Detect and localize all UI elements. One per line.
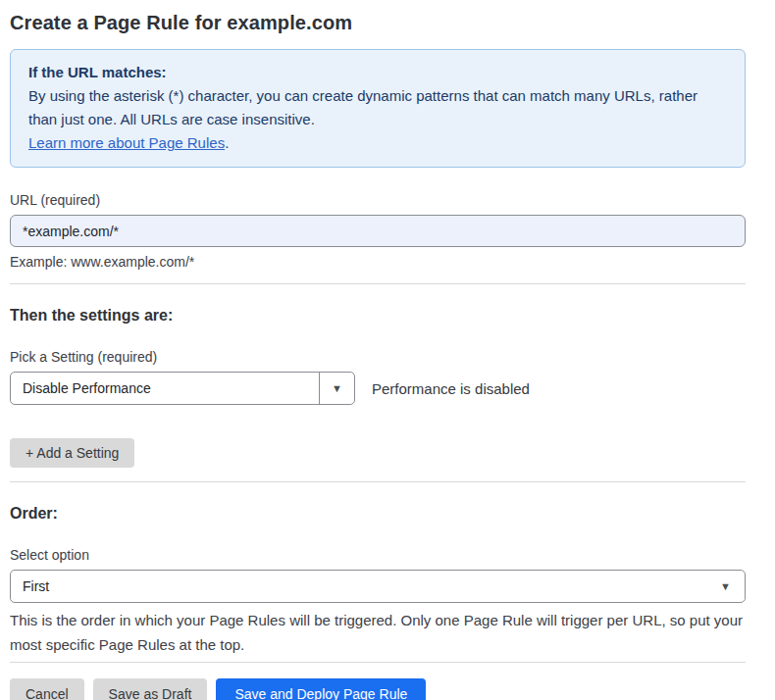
setting-picker-row: Disable Performance ▼ Performance is dis… <box>10 372 746 405</box>
chevron-down-icon: ▼ <box>332 383 342 394</box>
order-help-text: This is the order in which your Page Rul… <box>10 608 746 657</box>
setting-status-text: Performance is disabled <box>372 380 530 397</box>
setting-select-arrow-button[interactable]: ▼ <box>319 373 354 404</box>
order-select[interactable]: First ▼ <box>10 570 746 603</box>
add-setting-button[interactable]: + Add a Setting <box>10 438 134 468</box>
chevron-down-icon: ▼ <box>720 581 731 592</box>
url-example-text: Example: www.example.com/* <box>10 254 746 270</box>
order-select-label: Select option <box>10 547 746 563</box>
info-callout-body: By using the asterisk (*) character, you… <box>28 84 727 131</box>
create-page-rule-form: Create a Page Rule for example.com If th… <box>0 0 775 700</box>
page-title: Create a Page Rule for example.com <box>10 12 746 34</box>
footer-actions: Cancel Save as Draft Save and Deploy Pag… <box>10 678 746 700</box>
setting-select-value: Disable Performance <box>11 373 319 404</box>
url-field-label: URL (required) <box>10 192 746 208</box>
divider <box>10 481 746 482</box>
order-section-heading: Order: <box>10 505 746 523</box>
divider <box>10 662 746 663</box>
order-select-value: First <box>23 578 49 594</box>
settings-section-heading: Then the settings are: <box>10 307 746 325</box>
save-as-draft-button[interactable]: Save as Draft <box>93 678 208 700</box>
url-match-info-callout: If the URL matches: By using the asteris… <box>10 49 746 168</box>
save-and-deploy-button[interactable]: Save and Deploy Page Rule <box>216 678 426 700</box>
info-link-suffix: . <box>225 134 229 151</box>
divider <box>10 283 746 284</box>
url-input[interactable] <box>10 215 746 247</box>
cancel-button[interactable]: Cancel <box>10 678 84 700</box>
setting-select[interactable]: Disable Performance ▼ <box>10 372 355 405</box>
info-callout-heading: If the URL matches: <box>28 64 167 80</box>
learn-more-link[interactable]: Learn more about Page Rules <box>28 134 225 151</box>
pick-setting-label: Pick a Setting (required) <box>10 349 746 365</box>
